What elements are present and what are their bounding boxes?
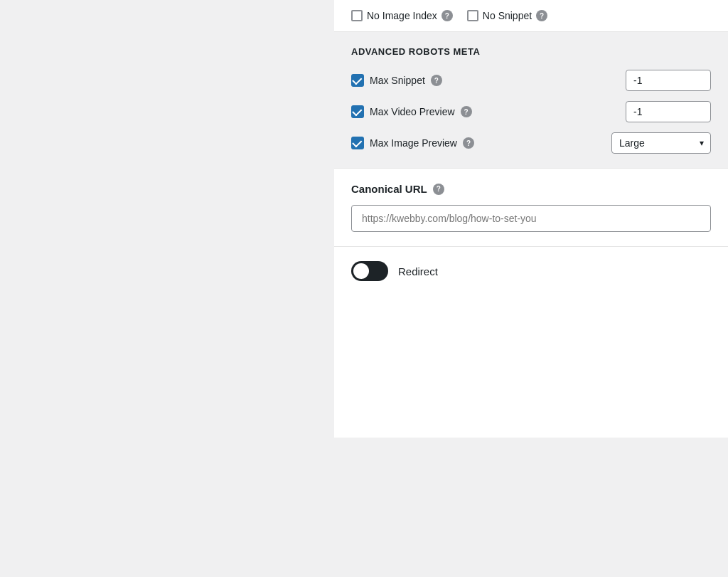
max-video-preview-input[interactable] [626,101,711,122]
max-image-preview-row: Max Image Preview ? None Standard Large [351,132,711,154]
max-snippet-help-icon[interactable]: ? [431,75,442,86]
max-image-preview-label: Max Image Preview [370,137,457,149]
canonical-url-input[interactable] [351,205,711,232]
top-checkboxes-row: No Image Index ? No Snippet ? [334,0,728,32]
redirect-toggle[interactable] [351,261,388,281]
max-image-preview-select[interactable]: None Standard Large [611,132,711,154]
no-snippet-help-icon[interactable]: ? [536,10,547,21]
advanced-robots-section: ADVANCED ROBOTS META Max Snippet ? Max V… [334,32,728,169]
advanced-robots-title: ADVANCED ROBOTS META [351,46,711,57]
canonical-url-title: Canonical URL [351,183,427,195]
toggle-thumb [353,263,369,279]
redirect-section: Redirect [334,247,728,295]
canonical-title-row: Canonical URL ? [351,183,711,195]
no-snippet-text: No Snippet [483,10,532,21]
no-snippet-label[interactable]: No Snippet ? [467,10,547,21]
max-image-preview-help-icon[interactable]: ? [463,137,474,149]
no-snippet-checkbox[interactable] [467,10,478,21]
max-snippet-checkbox[interactable] [351,74,364,87]
max-video-preview-label: Max Video Preview [370,106,455,117]
no-image-index-checkbox[interactable] [351,10,363,21]
max-video-preview-checkbox[interactable] [351,105,364,118]
max-snippet-label: Max Snippet [370,75,425,86]
toggle-track [351,261,388,281]
canonical-url-help-icon[interactable]: ? [433,184,444,195]
bottom-area [334,295,728,438]
max-image-preview-checkbox[interactable] [351,137,364,149]
max-snippet-left: Max Snippet ? [351,74,626,87]
max-image-preview-select-wrapper: None Standard Large [611,132,711,154]
no-image-index-text: No Image Index [367,10,437,21]
canonical-url-section: Canonical URL ? [334,169,728,247]
redirect-label: Redirect [398,265,438,277]
max-snippet-input[interactable] [626,70,711,91]
max-image-preview-left: Max Image Preview ? [351,137,611,149]
max-video-preview-left: Max Video Preview ? [351,105,626,118]
no-image-index-label[interactable]: No Image Index ? [351,10,453,21]
max-video-preview-help-icon[interactable]: ? [461,106,472,117]
max-snippet-row: Max Snippet ? [351,70,711,91]
no-image-index-help-icon[interactable]: ? [441,10,453,21]
max-video-preview-row: Max Video Preview ? [351,101,711,122]
